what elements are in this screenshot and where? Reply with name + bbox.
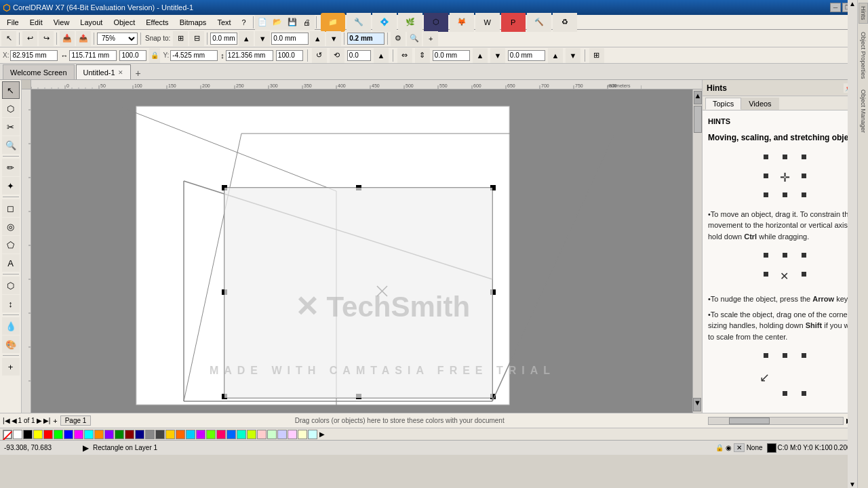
tool-select[interactable]: ↖ [2,81,20,99]
mirror-h[interactable]: ⇔ [397,48,412,63]
tool-eyedropper[interactable]: 🎨 [2,336,20,353]
w-input[interactable] [69,50,117,61]
v-scroll-thumb[interactable] [694,106,702,133]
tool-parallel[interactable]: ⬡ [2,277,20,294]
align-btn[interactable]: ⊞ [589,48,604,63]
h-pct-input[interactable] [276,50,303,61]
menu-help[interactable]: ? [237,17,252,28]
tb-nudge2-down[interactable]: ▼ [326,31,341,46]
toolbar-save[interactable]: 💾 [285,15,300,30]
mirror-v[interactable]: ⇕ [415,48,430,63]
pos2-up[interactable]: ▲ [548,48,563,63]
toolbar-app3[interactable]: 💠 [372,13,397,32]
toolbar-ppt[interactable]: P [501,13,526,32]
tb-nudge-up[interactable]: ▲ [239,31,254,46]
menu-view[interactable]: View [48,17,75,28]
v-scroll-down[interactable]: ▼ [693,398,701,411]
color-violet[interactable] [196,430,205,439]
rot2-btn[interactable]: ⟲ [330,48,344,63]
color-red[interactable] [43,430,53,439]
h-scroll-thumb[interactable] [729,418,770,424]
pos1-up[interactable]: ▲ [473,48,488,63]
toolbar-new[interactable]: 📄 [255,15,270,30]
toolbar-app1[interactable]: 📁 [321,13,345,32]
tb-snap-grid[interactable]: ⊞ [173,31,188,46]
vtab-object-mgr[interactable]: Object Manager [859,87,867,136]
v-scroll-up[interactable]: ▲ [694,91,702,104]
color-white[interactable] [13,430,22,439]
toolbar-app4[interactable]: 🌿 [398,13,422,32]
toolbar-recycle[interactable]: ♻ [553,13,577,32]
menu-file[interactable]: File [1,17,24,28]
color-purple[interactable] [104,430,114,439]
color-lt-green[interactable] [206,430,216,439]
play-btn[interactable]: ▶ [83,443,89,453]
tab-add-button[interactable]: + [132,67,144,79]
tool-add-page[interactable]: + [2,358,20,375]
color-teal[interactable] [237,430,246,439]
color-scroll-right[interactable]: ▶ [319,430,325,438]
tool-crop[interactable]: ✂ [2,118,20,136]
tb-options1[interactable]: ⚙ [391,31,406,46]
hints-tab-videos[interactable]: Videos [741,98,778,110]
tool-rect[interactable]: ◻ [2,199,20,217]
minimize-button[interactable]: ─ [830,3,841,12]
color-lt-mint[interactable] [267,430,277,439]
color-cyan[interactable] [84,430,94,439]
tool-text[interactable]: A [2,254,20,272]
tb-snap-guides[interactable]: ⊟ [189,31,204,46]
color-yellow[interactable] [33,430,43,439]
w-pct-input[interactable] [119,50,146,61]
color-lt-blue[interactable] [186,430,195,439]
page-last[interactable]: ▶| [43,417,51,424]
rot1-btn[interactable]: ↺ [312,48,327,63]
toolbar-firefox[interactable]: 🦊 [450,13,474,32]
tool-freehand[interactable]: ✏ [2,159,20,176]
pos1-input[interactable] [433,50,470,61]
tb-options3[interactable]: + [423,31,438,46]
menu-bitmaps[interactable]: Bitmaps [174,17,212,28]
menu-text[interactable]: Text [212,17,236,28]
tool-node[interactable]: ⬡ [2,100,20,117]
menu-edit[interactable]: Edit [24,17,48,28]
lock-btn[interactable]: 🔒 [149,48,160,63]
pos1-down[interactable]: ▼ [490,48,505,63]
tool-zoom[interactable]: 🔍 [2,136,20,154]
color-dk-gray[interactable] [155,430,165,439]
x-input[interactable] [10,50,58,61]
tb-import[interactable]: 📥 [60,31,75,46]
tb-undo[interactable]: ↩ [22,31,37,46]
menu-layout[interactable]: Layout [75,17,108,28]
tab-welcome[interactable]: Welcome Screen [3,64,75,79]
tool-connector[interactable]: ↕ [2,295,20,312]
pos2-input[interactable] [508,50,545,61]
color-green[interactable] [54,430,63,439]
toolbar-open[interactable]: 📂 [270,15,285,30]
toolbar-print[interactable]: 🖨 [300,15,315,30]
page-prev[interactable]: ◀ [12,417,17,424]
pos2-down[interactable]: ▼ [566,48,580,63]
color-dk-red[interactable] [125,430,134,439]
nudge2-input[interactable] [271,33,309,45]
hints-tab-topics[interactable]: Topics [705,98,741,110]
menu-effects[interactable]: Effects [140,17,174,28]
tb-export[interactable]: 📤 [76,31,91,46]
h-input[interactable] [226,50,273,61]
color-black[interactable] [23,430,33,439]
color-blue[interactable] [64,430,73,439]
toolbar-app6[interactable]: 🔨 [527,13,551,32]
none-btn[interactable]: ✕ [734,443,745,452]
page-next[interactable]: ▶ [37,417,42,424]
toolbar-word[interactable]: W [475,13,500,32]
no-color-swatch[interactable] [3,430,12,439]
nudge-input[interactable] [210,33,237,45]
toolbar-app2[interactable]: 🔧 [347,13,371,32]
page-first[interactable]: |◀ [3,417,10,424]
tool-polygon[interactable]: ⬠ [2,236,20,253]
outline-input[interactable] [347,33,384,45]
angle-up[interactable]: ▲ [374,48,389,63]
color-pink[interactable] [216,430,226,439]
tb-nudge2-up[interactable]: ▲ [310,31,325,46]
tb-nudge-down[interactable]: ▼ [255,31,270,46]
color-magenta[interactable] [74,430,83,439]
